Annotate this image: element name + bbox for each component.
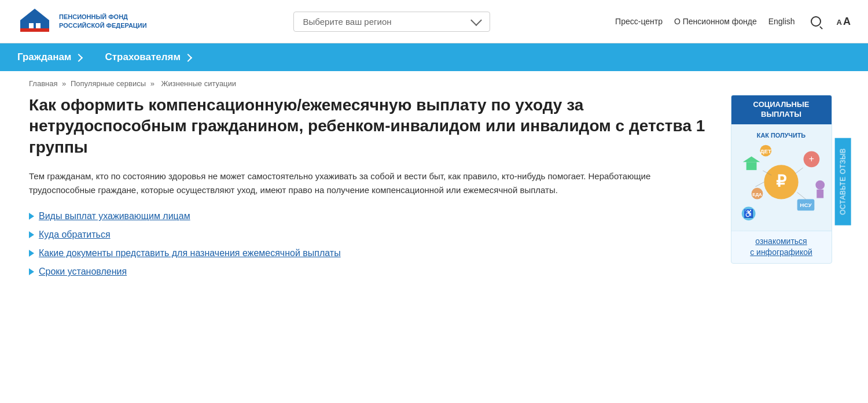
font-small-label: А [837,18,842,27]
press-center-link[interactable]: Пресс-центр [615,17,663,26]
svg-text:ДЕТ: ДЕТ [760,148,771,154]
svg-rect-17 [816,190,823,198]
infographic-caption[interactable]: ознакомиться с инфографикой [731,231,832,263]
site-header: ПЕНСИОННЫЙ ФОНД РОССИЙСКОЙ ФЕДЕРАЦИИ Выб… [0,0,868,43]
header-center: Выберите ваш регион [168,12,615,32]
toc-link-3[interactable]: Какие документы представить для назначен… [39,248,341,258]
svg-text:НСУ: НСУ [800,202,812,208]
infographic-box: СОЦИАЛЬНЫЕ ВЫПЛАТЫ КАК ПОЛУЧИТЬ ₽ [731,95,832,264]
logo-text: ПЕНСИОННЫЙ ФОНД РОССИЙСКОЙ ФЕДЕРАЦИИ [59,13,147,31]
search-icon [811,16,821,27]
search-button[interactable] [807,12,825,31]
about-link[interactable]: О Пенсионном фонде [674,17,757,26]
english-link[interactable]: English [768,17,795,26]
region-placeholder: Выберите ваш регион [303,17,472,27]
infographic-header: СОЦИАЛЬНЫЕ ВЫПЛАТЫ [731,95,832,124]
nav-chevron-icon [75,54,83,62]
toc-link-4[interactable]: Сроки установления [39,267,127,277]
table-of-contents: Виды выплат ухаживающим лицам Куда обрат… [29,211,706,277]
region-selector[interactable]: Выберите ваш регион [293,12,490,32]
nav-chevron-icon-2 [184,54,192,62]
breadcrumb: Главная » Популярные сервисы » Жизненные… [29,71,839,95]
logo-icon [17,6,52,38]
page-intro: Тем гражданам, кто по состоянию здоровья… [29,169,665,197]
header-nav: Пресс-центр О Пенсионном фонде English А… [615,12,851,31]
svg-text:₽: ₽ [776,172,786,190]
svg-text:ЕДА: ЕДА [752,191,762,197]
svg-point-16 [815,180,825,190]
breadcrumb-home[interactable]: Главная [29,79,57,88]
toc-arrow-icon [29,213,34,220]
svg-marker-1 [20,9,49,20]
svg-text:♿: ♿ [744,209,754,219]
toc-link-1[interactable]: Виды выплат ухаживающим лицам [39,211,190,221]
font-large-label: А [843,16,851,28]
list-item: Виды выплат ухаживающим лицам [29,211,706,221]
toc-arrow-icon [29,250,34,257]
breadcrumb-current: Жизненные ситуации [161,79,236,88]
svg-rect-4 [20,32,49,35]
content-area: Как оформить компенсационную/ежемесячную… [29,95,839,294]
nav-citizens[interactable]: Гражданам [17,43,93,71]
feedback-tab-wrapper: ОСТАВЬТЕ ОТЗЫВ [834,138,851,225]
list-item: Куда обратиться [29,230,706,240]
content-main: Как оформить компенсационную/ежемесячную… [29,95,706,277]
infographic-image: КАК ПОЛУЧИТЬ ₽ ♿ + [731,124,832,231]
list-item: Какие документы представить для назначен… [29,248,706,258]
breadcrumb-sep1: » [62,79,66,88]
svg-rect-13 [746,162,756,170]
main-wrapper: Главная » Популярные сервисы » Жизненные… [12,71,856,294]
content-sidebar: СОЦИАЛЬНЫЕ ВЫПЛАТЫ КАК ПОЛУЧИТЬ ₽ [723,95,839,277]
page-title: Как оформить компенсационную/ежемесячную… [29,95,706,158]
main-navbar: Гражданам Страхователям [0,43,868,71]
feedback-tab[interactable]: ОСТАВЬТЕ ОТЗЫВ [834,138,851,225]
toc-arrow-icon [29,268,34,275]
svg-rect-5 [20,28,49,32]
toc-arrow-icon [29,231,34,238]
chevron-down-icon [470,14,482,26]
nav-insurers[interactable]: Страхователям [93,43,203,71]
breadcrumb-sep2: » [150,79,155,88]
logo-area: ПЕНСИОННЫЙ ФОНД РОССИЙСКОЙ ФЕДЕРАЦИИ [17,6,168,38]
svg-text:КАК ПОЛУЧИТЬ: КАК ПОЛУЧИТЬ [756,132,806,139]
list-item: Сроки установления [29,267,706,277]
font-size-control[interactable]: А А [837,16,851,28]
toc-link-2[interactable]: Куда обратиться [39,230,111,240]
svg-text:+: + [808,154,814,164]
breadcrumb-popular[interactable]: Популярные сервисы [71,79,146,88]
infographic-svg: КАК ПОЛУЧИТЬ ₽ ♿ + [731,124,832,231]
